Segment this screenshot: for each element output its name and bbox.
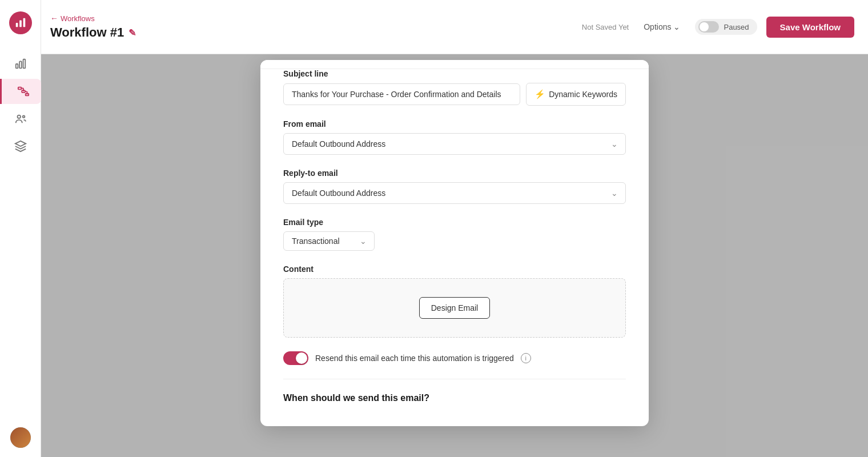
resend-toggle[interactable] <box>283 351 308 365</box>
dynamic-keywords-label: Dynamic Keywords <box>549 90 617 99</box>
subject-line-row: ⚡ Dynamic Keywords <box>283 83 626 106</box>
back-link[interactable]: ← Workflows <box>50 14 136 23</box>
reply-to-email-select-wrapper: Default Outbound Address ⌄ <box>283 182 626 204</box>
main-content: Subject line ⚡ Dynamic Keywords From ema… <box>41 54 868 457</box>
svg-point-14 <box>22 116 25 118</box>
svg-rect-4 <box>19 61 22 68</box>
header-right: Not Saved Yet Options ⌄ Paused Save Work… <box>582 17 854 38</box>
header-left: ← Workflows Workflow #1 ✎ <box>50 14 136 40</box>
from-email-label: From email <box>283 119 626 129</box>
modal-body: Subject line ⚡ Dynamic Keywords From ema… <box>260 69 649 426</box>
reply-to-email-select[interactable]: Default Outbound Address <box>283 182 626 204</box>
edit-icon[interactable]: ✎ <box>128 27 136 38</box>
sidebar-item-workflows[interactable] <box>0 79 41 104</box>
from-email-select[interactable]: Default Outbound Address <box>283 133 626 155</box>
resend-info-icon[interactable]: i <box>521 353 531 363</box>
not-saved-label: Not Saved Yet <box>582 23 629 31</box>
when-section-title: When should we send this email? <box>283 393 429 403</box>
paused-label: Paused <box>724 23 749 31</box>
svg-marker-15 <box>15 141 25 146</box>
header: ← Workflows Workflow #1 ✎ Not Saved Yet … <box>0 0 868 54</box>
sidebar-item-products[interactable] <box>8 134 33 159</box>
workflow-title: Workflow #1 <box>50 25 124 40</box>
subject-line-group: Subject line ⚡ Dynamic Keywords <box>283 69 626 106</box>
sidebar-nav <box>0 46 41 427</box>
reply-to-email-label: Reply-to email <box>283 169 626 178</box>
from-email-group: From email Default Outbound Address ⌄ <box>283 119 626 155</box>
dynamic-keywords-button[interactable]: ⚡ Dynamic Keywords <box>526 83 626 106</box>
save-workflow-button[interactable]: Save Workflow <box>766 17 854 38</box>
svg-point-13 <box>17 115 21 119</box>
modal-overlay: Subject line ⚡ Dynamic Keywords From ema… <box>41 54 868 457</box>
options-chevron-icon: ⌄ <box>673 22 680 31</box>
workflow-title-container: Workflow #1 ✎ <box>50 25 136 40</box>
from-email-select-wrapper: Default Outbound Address ⌄ <box>283 133 626 155</box>
modal-top-partial <box>260 60 649 69</box>
sidebar-item-contacts[interactable] <box>8 106 33 131</box>
content-group: Content Design Email <box>283 264 626 338</box>
email-type-select-wrapper: Transactional Marketing ⌄ <box>283 231 375 251</box>
svg-rect-6 <box>18 87 21 90</box>
content-area: Design Email <box>283 278 626 338</box>
back-arrow-icon: ← <box>50 14 58 23</box>
svg-rect-3 <box>15 64 18 68</box>
modal-panel: Subject line ⚡ Dynamic Keywords From ema… <box>260 60 649 426</box>
resend-toggle-row: Resend this email each time this automat… <box>283 351 626 365</box>
app-logo[interactable] <box>9 11 32 34</box>
paused-toggle-switch[interactable] <box>698 21 719 33</box>
email-type-label: Email type <box>283 218 626 227</box>
avatar[interactable] <box>10 427 31 448</box>
content-label: Content <box>283 264 626 274</box>
sidebar-item-analytics[interactable] <box>8 51 33 77</box>
lightning-icon: ⚡ <box>535 89 545 99</box>
design-email-button[interactable]: Design Email <box>419 297 490 319</box>
svg-rect-1 <box>19 20 22 27</box>
email-type-group: Email type Transactional Marketing ⌄ <box>283 218 626 251</box>
options-button[interactable]: Options ⌄ <box>638 19 686 35</box>
subject-line-label: Subject line <box>283 69 626 78</box>
subject-line-input[interactable] <box>283 83 520 105</box>
svg-rect-5 <box>23 59 25 69</box>
resend-toggle-label: Resend this email each time this automat… <box>315 354 514 363</box>
svg-rect-2 <box>23 18 25 27</box>
svg-rect-0 <box>15 23 18 27</box>
paused-toggle-container: Paused <box>695 19 757 35</box>
reply-to-email-group: Reply-to email Default Outbound Address … <box>283 169 626 204</box>
back-label: Workflows <box>61 14 95 23</box>
email-type-select[interactable]: Transactional Marketing <box>283 231 375 251</box>
when-section: When should we send this email? <box>283 379 626 403</box>
sidebar <box>0 0 41 457</box>
options-label: Options <box>644 22 671 31</box>
